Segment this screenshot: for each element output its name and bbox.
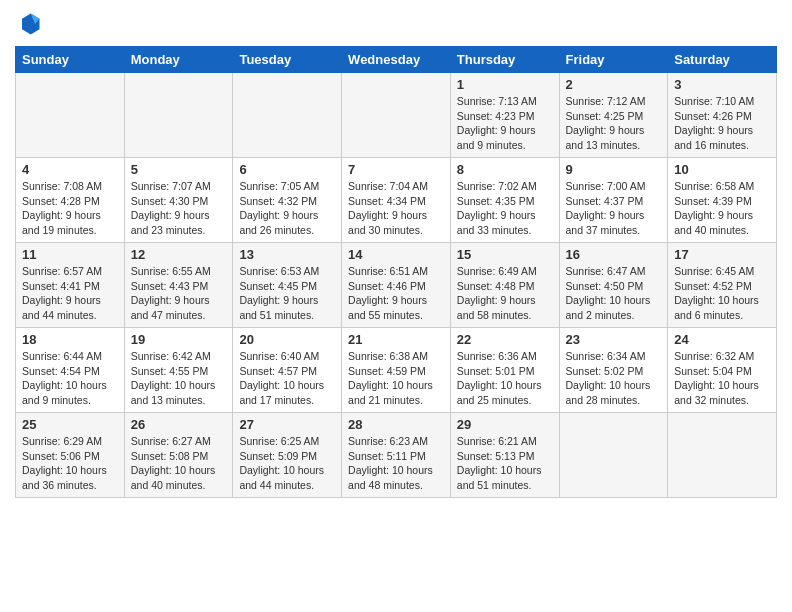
day-number: 8 xyxy=(457,162,553,177)
day-info: Sunrise: 6:53 AM Sunset: 4:45 PM Dayligh… xyxy=(239,264,335,323)
calendar-day-cell: 7Sunrise: 7:04 AM Sunset: 4:34 PM Daylig… xyxy=(342,158,451,243)
calendar-day-cell xyxy=(668,413,777,498)
day-number: 29 xyxy=(457,417,553,432)
day-number: 26 xyxy=(131,417,227,432)
day-number: 10 xyxy=(674,162,770,177)
day-info: Sunrise: 6:25 AM Sunset: 5:09 PM Dayligh… xyxy=(239,434,335,493)
calendar-day-cell: 21Sunrise: 6:38 AM Sunset: 4:59 PM Dayli… xyxy=(342,328,451,413)
day-info: Sunrise: 6:21 AM Sunset: 5:13 PM Dayligh… xyxy=(457,434,553,493)
logo xyxy=(15,10,47,38)
day-info: Sunrise: 7:05 AM Sunset: 4:32 PM Dayligh… xyxy=(239,179,335,238)
day-number: 24 xyxy=(674,332,770,347)
day-info: Sunrise: 6:57 AM Sunset: 4:41 PM Dayligh… xyxy=(22,264,118,323)
day-info: Sunrise: 7:00 AM Sunset: 4:37 PM Dayligh… xyxy=(566,179,662,238)
day-info: Sunrise: 7:02 AM Sunset: 4:35 PM Dayligh… xyxy=(457,179,553,238)
day-info: Sunrise: 6:34 AM Sunset: 5:02 PM Dayligh… xyxy=(566,349,662,408)
calendar-day-cell: 17Sunrise: 6:45 AM Sunset: 4:52 PM Dayli… xyxy=(668,243,777,328)
calendar-day-cell xyxy=(16,73,125,158)
day-info: Sunrise: 6:58 AM Sunset: 4:39 PM Dayligh… xyxy=(674,179,770,238)
calendar-day-cell: 15Sunrise: 6:49 AM Sunset: 4:48 PM Dayli… xyxy=(450,243,559,328)
calendar-day-cell: 24Sunrise: 6:32 AM Sunset: 5:04 PM Dayli… xyxy=(668,328,777,413)
day-info: Sunrise: 6:29 AM Sunset: 5:06 PM Dayligh… xyxy=(22,434,118,493)
day-number: 7 xyxy=(348,162,444,177)
day-number: 19 xyxy=(131,332,227,347)
weekday-header: Monday xyxy=(124,47,233,73)
calendar-day-cell: 27Sunrise: 6:25 AM Sunset: 5:09 PM Dayli… xyxy=(233,413,342,498)
calendar-table: SundayMondayTuesdayWednesdayThursdayFrid… xyxy=(15,46,777,498)
calendar-day-cell: 12Sunrise: 6:55 AM Sunset: 4:43 PM Dayli… xyxy=(124,243,233,328)
day-number: 6 xyxy=(239,162,335,177)
day-info: Sunrise: 6:36 AM Sunset: 5:01 PM Dayligh… xyxy=(457,349,553,408)
calendar-day-cell: 6Sunrise: 7:05 AM Sunset: 4:32 PM Daylig… xyxy=(233,158,342,243)
day-info: Sunrise: 6:23 AM Sunset: 5:11 PM Dayligh… xyxy=(348,434,444,493)
day-info: Sunrise: 7:08 AM Sunset: 4:28 PM Dayligh… xyxy=(22,179,118,238)
day-number: 16 xyxy=(566,247,662,262)
calendar-day-cell: 8Sunrise: 7:02 AM Sunset: 4:35 PM Daylig… xyxy=(450,158,559,243)
day-info: Sunrise: 7:12 AM Sunset: 4:25 PM Dayligh… xyxy=(566,94,662,153)
calendar-day-cell: 3Sunrise: 7:10 AM Sunset: 4:26 PM Daylig… xyxy=(668,73,777,158)
weekday-header: Friday xyxy=(559,47,668,73)
day-number: 25 xyxy=(22,417,118,432)
day-info: Sunrise: 6:47 AM Sunset: 4:50 PM Dayligh… xyxy=(566,264,662,323)
calendar-day-cell: 18Sunrise: 6:44 AM Sunset: 4:54 PM Dayli… xyxy=(16,328,125,413)
page-header xyxy=(15,10,777,38)
calendar-day-cell: 14Sunrise: 6:51 AM Sunset: 4:46 PM Dayli… xyxy=(342,243,451,328)
calendar-week-row: 4Sunrise: 7:08 AM Sunset: 4:28 PM Daylig… xyxy=(16,158,777,243)
day-info: Sunrise: 6:44 AM Sunset: 4:54 PM Dayligh… xyxy=(22,349,118,408)
day-info: Sunrise: 6:45 AM Sunset: 4:52 PM Dayligh… xyxy=(674,264,770,323)
day-info: Sunrise: 7:07 AM Sunset: 4:30 PM Dayligh… xyxy=(131,179,227,238)
calendar-day-cell: 22Sunrise: 6:36 AM Sunset: 5:01 PM Dayli… xyxy=(450,328,559,413)
calendar-day-cell xyxy=(559,413,668,498)
calendar-week-row: 1Sunrise: 7:13 AM Sunset: 4:23 PM Daylig… xyxy=(16,73,777,158)
calendar-day-cell: 1Sunrise: 7:13 AM Sunset: 4:23 PM Daylig… xyxy=(450,73,559,158)
day-info: Sunrise: 6:49 AM Sunset: 4:48 PM Dayligh… xyxy=(457,264,553,323)
day-number: 4 xyxy=(22,162,118,177)
logo-icon xyxy=(15,10,43,38)
calendar-day-cell: 16Sunrise: 6:47 AM Sunset: 4:50 PM Dayli… xyxy=(559,243,668,328)
weekday-header: Thursday xyxy=(450,47,559,73)
calendar-day-cell: 23Sunrise: 6:34 AM Sunset: 5:02 PM Dayli… xyxy=(559,328,668,413)
day-info: Sunrise: 6:32 AM Sunset: 5:04 PM Dayligh… xyxy=(674,349,770,408)
calendar-body: 1Sunrise: 7:13 AM Sunset: 4:23 PM Daylig… xyxy=(16,73,777,498)
day-number: 22 xyxy=(457,332,553,347)
day-number: 23 xyxy=(566,332,662,347)
day-number: 2 xyxy=(566,77,662,92)
weekday-header: Sunday xyxy=(16,47,125,73)
calendar-day-cell: 2Sunrise: 7:12 AM Sunset: 4:25 PM Daylig… xyxy=(559,73,668,158)
day-number: 15 xyxy=(457,247,553,262)
calendar-day-cell: 28Sunrise: 6:23 AM Sunset: 5:11 PM Dayli… xyxy=(342,413,451,498)
day-number: 13 xyxy=(239,247,335,262)
day-info: Sunrise: 7:13 AM Sunset: 4:23 PM Dayligh… xyxy=(457,94,553,153)
calendar-day-cell: 20Sunrise: 6:40 AM Sunset: 4:57 PM Dayli… xyxy=(233,328,342,413)
day-number: 11 xyxy=(22,247,118,262)
calendar-header-row: SundayMondayTuesdayWednesdayThursdayFrid… xyxy=(16,47,777,73)
day-number: 21 xyxy=(348,332,444,347)
day-number: 5 xyxy=(131,162,227,177)
calendar-day-cell: 4Sunrise: 7:08 AM Sunset: 4:28 PM Daylig… xyxy=(16,158,125,243)
calendar-day-cell: 11Sunrise: 6:57 AM Sunset: 4:41 PM Dayli… xyxy=(16,243,125,328)
calendar-day-cell xyxy=(233,73,342,158)
day-info: Sunrise: 7:10 AM Sunset: 4:26 PM Dayligh… xyxy=(674,94,770,153)
calendar-day-cell: 9Sunrise: 7:00 AM Sunset: 4:37 PM Daylig… xyxy=(559,158,668,243)
calendar-week-row: 25Sunrise: 6:29 AM Sunset: 5:06 PM Dayli… xyxy=(16,413,777,498)
day-info: Sunrise: 7:04 AM Sunset: 4:34 PM Dayligh… xyxy=(348,179,444,238)
calendar-day-cell: 5Sunrise: 7:07 AM Sunset: 4:30 PM Daylig… xyxy=(124,158,233,243)
svg-marker-0 xyxy=(22,14,40,35)
day-number: 9 xyxy=(566,162,662,177)
calendar-day-cell xyxy=(124,73,233,158)
day-number: 28 xyxy=(348,417,444,432)
day-number: 3 xyxy=(674,77,770,92)
day-number: 12 xyxy=(131,247,227,262)
calendar-day-cell: 26Sunrise: 6:27 AM Sunset: 5:08 PM Dayli… xyxy=(124,413,233,498)
weekday-header: Saturday xyxy=(668,47,777,73)
calendar-day-cell xyxy=(342,73,451,158)
day-info: Sunrise: 6:40 AM Sunset: 4:57 PM Dayligh… xyxy=(239,349,335,408)
day-info: Sunrise: 6:55 AM Sunset: 4:43 PM Dayligh… xyxy=(131,264,227,323)
day-number: 20 xyxy=(239,332,335,347)
calendar-day-cell: 13Sunrise: 6:53 AM Sunset: 4:45 PM Dayli… xyxy=(233,243,342,328)
day-number: 14 xyxy=(348,247,444,262)
calendar-week-row: 18Sunrise: 6:44 AM Sunset: 4:54 PM Dayli… xyxy=(16,328,777,413)
day-number: 27 xyxy=(239,417,335,432)
calendar-day-cell: 25Sunrise: 6:29 AM Sunset: 5:06 PM Dayli… xyxy=(16,413,125,498)
weekday-header: Tuesday xyxy=(233,47,342,73)
